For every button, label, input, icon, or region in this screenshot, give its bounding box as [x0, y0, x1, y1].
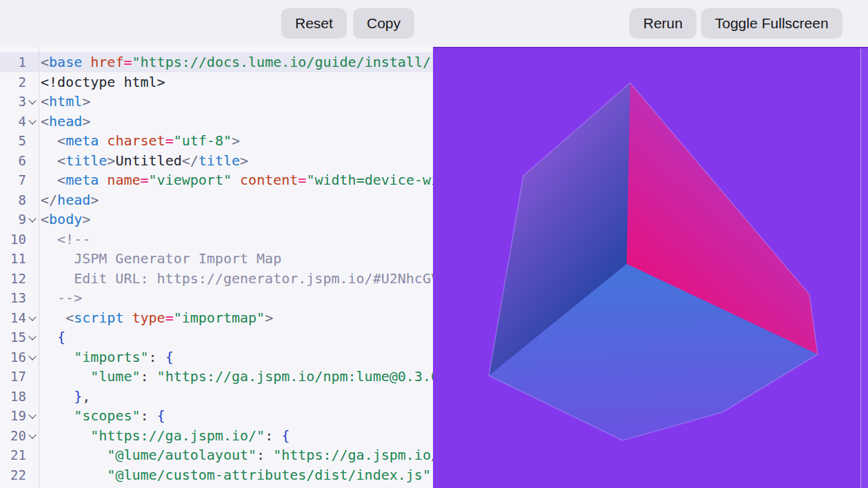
code-editor-panel[interactable]: 1<base href="https://docs.lume.io/guide/…	[0, 47, 433, 488]
line-number: 5	[0, 131, 26, 151]
line-number: 21	[0, 445, 26, 465]
code-line[interactable]: 13 -->	[0, 288, 433, 308]
line-number: 12	[0, 269, 26, 289]
line-number: 9	[0, 210, 26, 230]
line-number: 14	[0, 308, 26, 328]
line-number: 4	[0, 112, 26, 132]
code-line[interactable]: 20 "https://ga.jspm.io/": {	[0, 426, 433, 446]
preview-scrollbar[interactable]	[860, 48, 868, 488]
line-number: 18	[0, 387, 26, 407]
fold-spacer	[26, 131, 39, 151]
code-text: <head>	[39, 112, 90, 132]
cube-3d-render	[433, 48, 868, 488]
fold-spacer	[26, 230, 39, 250]
code-text: <meta name="viewport" content="width=dev…	[39, 170, 433, 190]
line-number: 16	[0, 347, 26, 367]
line-number: 15	[0, 327, 26, 347]
line-number: 22	[0, 465, 26, 485]
code-line[interactable]: 5 <meta charset="utf-8">	[0, 131, 433, 151]
code-text: <meta charset="utf-8">	[39, 131, 240, 151]
fold-toggle-icon[interactable]	[26, 406, 39, 426]
fold-spacer	[26, 170, 39, 190]
reset-button[interactable]: Reset	[281, 8, 347, 39]
code-line[interactable]: 22 "@lume/custom-attributes/dist/index.j…	[0, 465, 433, 485]
code-line[interactable]: 2<!doctype html>	[0, 72, 433, 92]
fold-spacer	[26, 249, 39, 269]
code-lines[interactable]: 1<base href="https://docs.lume.io/guide/…	[0, 52, 433, 485]
fold-spacer	[26, 190, 39, 210]
fold-spacer	[26, 72, 39, 92]
fold-spacer	[26, 52, 39, 72]
line-number: 7	[0, 170, 26, 190]
code-line[interactable]: 3<html>	[0, 92, 433, 112]
code-text: "imports": {	[39, 347, 174, 367]
code-text: <html>	[39, 92, 90, 112]
code-line[interactable]: 10 <!--	[0, 230, 433, 250]
code-line[interactable]: 17 "lume": "https://ga.jspm.io/npm:lume@…	[0, 367, 433, 387]
code-text: "https://ga.jspm.io/": {	[39, 426, 290, 446]
code-line[interactable]: 6 <title>Untitled</title>	[0, 151, 433, 171]
code-text: -->	[39, 288, 82, 308]
code-text: "@lume/custom-attributes/dist/index.js"	[39, 465, 431, 485]
fold-spacer	[26, 151, 39, 171]
code-line[interactable]: 18 },	[0, 387, 433, 407]
fold-spacer	[26, 367, 39, 387]
code-line[interactable]: 9<body>	[0, 210, 433, 230]
toggle-fullscreen-button[interactable]: Toggle Fullscreen	[701, 8, 842, 39]
code-line[interactable]: 14 <script type="importmap">	[0, 308, 433, 328]
fold-spacer	[26, 445, 39, 465]
fold-toggle-icon[interactable]	[26, 347, 39, 367]
line-number: 20	[0, 426, 26, 446]
code-text: "@lume/autolayout": "https://ga.jspm.io/…	[39, 445, 433, 465]
line-number: 8	[0, 190, 26, 210]
code-text: },	[39, 387, 90, 407]
preview-panel	[433, 47, 868, 488]
code-text: <base href="https://docs.lume.io/guide/i…	[39, 52, 433, 72]
fold-toggle-icon[interactable]	[26, 112, 39, 132]
code-line[interactable]: 21 "@lume/autolayout": "https://ga.jspm.…	[0, 445, 433, 465]
code-text: <!doctype html>	[39, 72, 165, 92]
line-number: 1	[0, 52, 26, 72]
line-number: 13	[0, 288, 26, 308]
code-text: "lume": "https://ga.jspm.io/npm:lume@0.3…	[39, 367, 433, 387]
rerun-button[interactable]: Rerun	[629, 8, 696, 39]
code-text: <body>	[39, 210, 90, 230]
code-line[interactable]: 1<base href="https://docs.lume.io/guide/…	[0, 52, 433, 72]
code-text: JSPM Generator Import Map	[39, 249, 281, 269]
fold-toggle-icon[interactable]	[26, 327, 39, 347]
code-text: <!--	[39, 230, 90, 250]
playground-app: { "toolbar": { "left_buttons": [ {"label…	[0, 0, 868, 488]
code-text: <script type="importmap">	[39, 308, 273, 328]
fold-spacer	[26, 465, 39, 485]
code-line[interactable]: 19 "scopes": {	[0, 406, 433, 426]
line-number: 6	[0, 151, 26, 171]
copy-button[interactable]: Copy	[353, 8, 414, 39]
fold-toggle-icon[interactable]	[26, 426, 39, 446]
fold-spacer	[26, 387, 39, 407]
code-text: </head>	[39, 190, 99, 210]
fold-toggle-icon[interactable]	[26, 92, 39, 112]
line-number: 3	[0, 92, 26, 112]
line-number: 19	[0, 406, 26, 426]
line-number: 17	[0, 367, 26, 387]
code-line[interactable]: 12 Edit URL: https://generator.jspm.io/#…	[0, 269, 433, 289]
code-text: {	[39, 327, 65, 347]
fold-spacer	[26, 269, 39, 289]
code-line[interactable]: 7 <meta name="viewport" content="width=d…	[0, 170, 433, 190]
code-text: "scopes": {	[39, 406, 165, 426]
code-line[interactable]: 11 JSPM Generator Import Map	[0, 249, 433, 269]
line-number: 10	[0, 230, 26, 250]
fold-toggle-icon[interactable]	[26, 210, 39, 230]
code-text: Edit URL: https://generator.jspm.io/#U2N…	[39, 269, 433, 289]
line-number: 11	[0, 249, 26, 269]
code-line[interactable]: 4<head>	[0, 112, 433, 132]
fold-toggle-icon[interactable]	[26, 308, 39, 328]
code-line[interactable]: 16 "imports": {	[0, 347, 433, 367]
fold-spacer	[26, 288, 39, 308]
code-line[interactable]: 8</head>	[0, 190, 433, 210]
code-line[interactable]: 15 {	[0, 327, 433, 347]
line-number: 2	[0, 72, 26, 92]
toolbar: Reset Copy Rerun Toggle Fullscreen	[0, 0, 868, 47]
code-text: <title>Untitled</title>	[39, 151, 248, 171]
